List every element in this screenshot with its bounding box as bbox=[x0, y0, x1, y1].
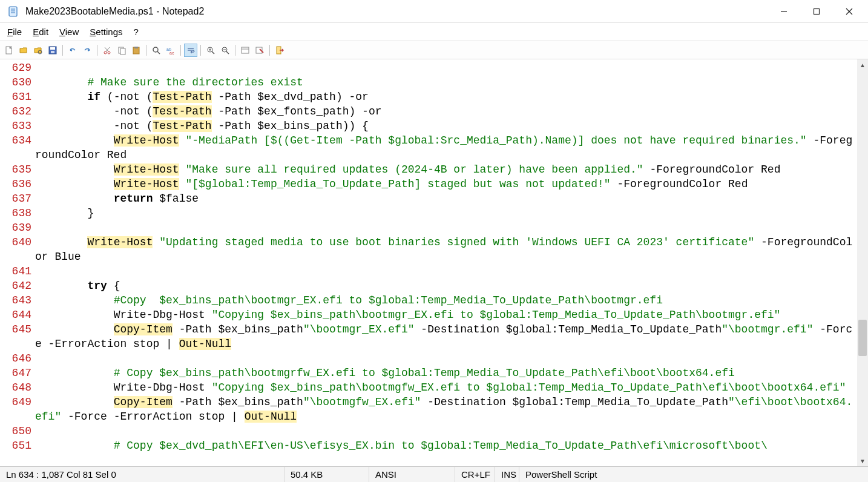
scroll-up-icon[interactable]: ▲ bbox=[857, 59, 868, 70]
zoom-in-icon[interactable] bbox=[204, 44, 217, 57]
code-line[interactable] bbox=[35, 351, 857, 366]
copy-icon[interactable] bbox=[115, 44, 128, 57]
code-line[interactable] bbox=[35, 61, 857, 75]
editor[interactable]: 6296306316326336346356366376386396406416… bbox=[0, 59, 868, 466]
status-language[interactable]: PowerShell Script bbox=[519, 467, 603, 482]
cut-icon[interactable] bbox=[100, 44, 114, 57]
svg-rect-20 bbox=[134, 47, 138, 48]
status-encoding[interactable]: ANSI bbox=[369, 467, 455, 482]
code-line[interactable]: return $false bbox=[35, 191, 857, 206]
zoom-out-icon[interactable] bbox=[219, 44, 232, 57]
menu-help[interactable]: ? bbox=[129, 24, 143, 39]
svg-rect-34 bbox=[242, 47, 249, 53]
code-line[interactable]: #Copy $ex_bins_path\bootmgr_EX.efi to $g… bbox=[35, 293, 857, 308]
code-line[interactable]: -not (Test-Path -Path $ex_bins_path)) { bbox=[35, 119, 857, 133]
window-controls bbox=[768, 0, 866, 23]
undo-icon[interactable] bbox=[66, 44, 79, 57]
line-number-gutter: 6296306316326336346356366376386396406416… bbox=[0, 59, 35, 466]
browse-icon[interactable] bbox=[31, 44, 45, 57]
vertical-scrollbar[interactable]: ▲ ▼ bbox=[857, 59, 868, 466]
menu-edit[interactable]: Edit bbox=[28, 24, 53, 39]
code-line[interactable]: Write-Host "Updating staged media to use… bbox=[35, 235, 857, 264]
code-line[interactable]: Write-Host "-MediaPath [$((Get-Item -Pat… bbox=[35, 133, 857, 162]
svg-rect-18 bbox=[120, 48, 125, 54]
code-line[interactable] bbox=[35, 424, 857, 438]
svg-line-22 bbox=[157, 51, 160, 54]
app-icon bbox=[6, 4, 21, 19]
scroll-thumb[interactable] bbox=[858, 320, 867, 356]
customize-icon[interactable] bbox=[253, 44, 266, 57]
window-title: Make2023BootableMedia.ps1 - Notepad2 bbox=[24, 6, 768, 17]
svg-text:ac: ac bbox=[169, 51, 174, 55]
status-position: Ln 634 : 1,087 Col 81 Sel 0 bbox=[0, 467, 284, 482]
titlebar: Make2023BootableMedia.ps1 - Notepad2 bbox=[0, 0, 868, 23]
word-wrap-icon[interactable] bbox=[184, 44, 197, 57]
toolbar: abac bbox=[0, 41, 868, 59]
redo-icon[interactable] bbox=[81, 44, 94, 57]
paste-icon[interactable] bbox=[130, 44, 143, 57]
scheme-icon[interactable] bbox=[238, 44, 252, 57]
svg-rect-11 bbox=[50, 47, 55, 50]
code-line[interactable] bbox=[35, 264, 857, 279]
menubar: File Edit View Settings ? bbox=[0, 23, 868, 41]
code-line[interactable]: Write-Host "Make sure all required updat… bbox=[35, 162, 857, 177]
svg-point-13 bbox=[104, 51, 107, 54]
scroll-down-icon[interactable]: ▼ bbox=[857, 455, 868, 466]
replace-icon[interactable]: abac bbox=[164, 44, 177, 57]
statusbar: Ln 634 : 1,087 Col 81 Sel 0 50.4 KB ANSI… bbox=[0, 466, 868, 482]
svg-rect-12 bbox=[51, 51, 54, 53]
code-line[interactable]: Write-Host "[$global:Temp_Media_To_Updat… bbox=[35, 177, 857, 191]
code-area[interactable]: # Make sure the directories exist if (-n… bbox=[35, 59, 857, 466]
code-line[interactable]: Copy-Item -Path $ex_bins_path"\bootmgr_E… bbox=[35, 322, 857, 351]
status-insert-mode[interactable]: INS bbox=[495, 467, 519, 482]
exit-icon[interactable] bbox=[273, 44, 286, 57]
code-line[interactable]: if (-not (Test-Path -Path $ex_dvd_path) … bbox=[35, 90, 857, 104]
menu-view[interactable]: View bbox=[54, 24, 84, 39]
new-file-icon[interactable] bbox=[2, 44, 16, 57]
svg-rect-5 bbox=[814, 8, 820, 14]
code-line[interactable]: } bbox=[35, 206, 857, 220]
code-line[interactable]: -not (Test-Path -Path $ex_fonts_path) -o… bbox=[35, 104, 857, 119]
svg-line-32 bbox=[226, 51, 229, 54]
svg-line-28 bbox=[212, 51, 214, 54]
find-icon[interactable] bbox=[150, 44, 163, 57]
maximize-button[interactable] bbox=[800, 0, 833, 23]
code-line[interactable]: # Make sure the directories exist bbox=[35, 75, 857, 90]
code-line[interactable]: # Copy $ex_dvd_path\EFI\en-US\efisys_EX.… bbox=[35, 438, 857, 453]
status-filesize: 50.4 KB bbox=[284, 467, 369, 482]
code-line[interactable]: Copy-Item -Path $ex_bins_path"\bootmgfw_… bbox=[35, 395, 857, 424]
svg-point-14 bbox=[108, 51, 110, 54]
svg-rect-0 bbox=[9, 7, 17, 16]
code-line[interactable]: Write-Dbg-Host "Copying $ex_bins_path\bo… bbox=[35, 380, 857, 395]
minimize-button[interactable] bbox=[768, 0, 800, 23]
code-line[interactable]: Write-Dbg-Host "Copying $ex_bins_path\bo… bbox=[35, 308, 857, 322]
open-file-icon[interactable] bbox=[17, 44, 30, 57]
code-line[interactable] bbox=[35, 220, 857, 235]
code-line[interactable]: try { bbox=[35, 279, 857, 293]
code-line[interactable]: # Copy $ex_bins_path\bootmgrfw_EX.efi to… bbox=[35, 366, 857, 380]
save-icon[interactable] bbox=[46, 44, 59, 57]
svg-point-21 bbox=[153, 47, 158, 52]
menu-file[interactable]: File bbox=[2, 24, 27, 39]
status-eol[interactable]: CR+LF bbox=[455, 467, 495, 482]
menu-settings[interactable]: Settings bbox=[85, 24, 127, 39]
close-button[interactable] bbox=[833, 0, 866, 23]
